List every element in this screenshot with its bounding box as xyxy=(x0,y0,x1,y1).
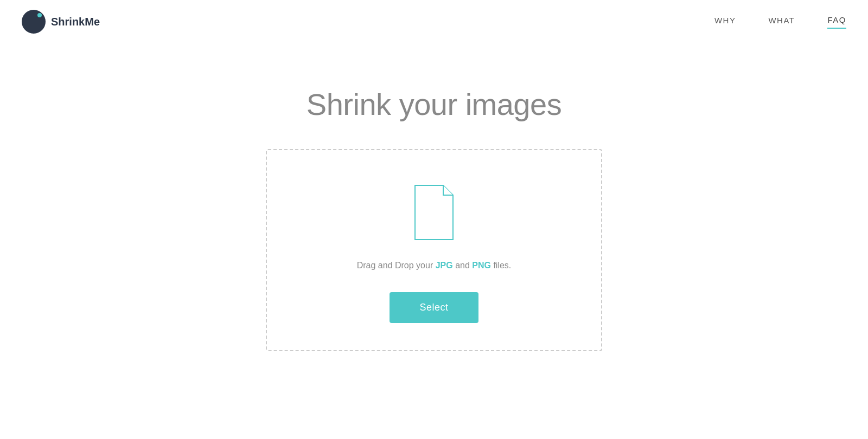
nav-item-faq[interactable]: FAQ xyxy=(827,15,846,29)
main-content: Shrink your images Drag and Drop your JP… xyxy=(0,43,868,351)
drop-text: Drag and Drop your JPG and PNG files. xyxy=(357,261,512,270)
drop-text-middle: and xyxy=(453,261,473,270)
nav-item-what[interactable]: WHAT xyxy=(768,16,795,28)
logo-text: ShrinkMe xyxy=(51,16,100,28)
drop-text-jpg: JPG xyxy=(436,261,453,270)
logo-icon xyxy=(22,10,46,34)
drop-zone[interactable]: Drag and Drop your JPG and PNG files. Se… xyxy=(266,149,602,351)
logo-dot xyxy=(37,13,42,17)
logo-me: Me xyxy=(85,16,100,28)
main-nav: WHY WHAT FAQ xyxy=(714,15,846,29)
logo: ShrinkMe xyxy=(22,10,100,34)
file-icon xyxy=(410,183,458,242)
select-button[interactable]: Select xyxy=(390,292,478,323)
file-icon-wrapper xyxy=(410,183,458,244)
drop-text-before: Drag and Drop your xyxy=(357,261,436,270)
nav-item-why[interactable]: WHY xyxy=(714,16,736,28)
page-title: Shrink your images xyxy=(307,87,561,122)
drop-text-png: PNG xyxy=(472,261,491,270)
drop-text-after: files. xyxy=(491,261,511,270)
logo-shrink: Shrink xyxy=(51,16,85,28)
